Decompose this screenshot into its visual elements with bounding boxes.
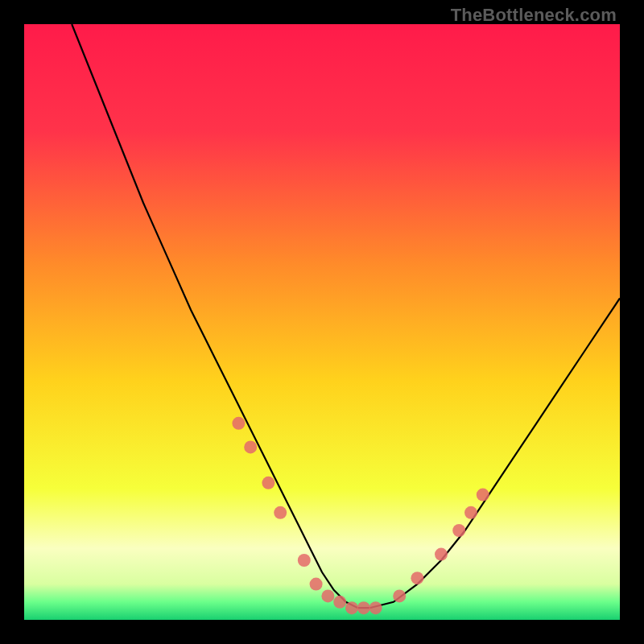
plot-frame	[24, 24, 620, 620]
curve-marker	[369, 601, 382, 614]
bottleneck-curve	[72, 24, 620, 608]
curve-layer	[24, 24, 620, 620]
curve-marker	[244, 440, 257, 453]
curve-marker	[333, 596, 346, 609]
curve-marker	[477, 489, 489, 502]
curve-marker	[345, 601, 358, 614]
curve-marker	[321, 589, 334, 602]
watermark-text: TheBottleneck.com	[451, 5, 617, 26]
curve-marker	[298, 554, 311, 567]
curve-marker	[310, 578, 323, 591]
curve-marker	[357, 601, 370, 614]
curve-marker	[232, 417, 245, 430]
curve-marker	[274, 506, 287, 519]
curve-marker	[393, 589, 406, 602]
curve-marker	[435, 548, 448, 561]
curve-marker	[452, 524, 465, 537]
curve-marker	[411, 572, 423, 584]
curve-markers	[232, 417, 489, 614]
curve-marker	[262, 477, 275, 489]
curve-marker	[464, 506, 477, 519]
chart-stage: TheBottleneck.com	[0, 0, 644, 644]
